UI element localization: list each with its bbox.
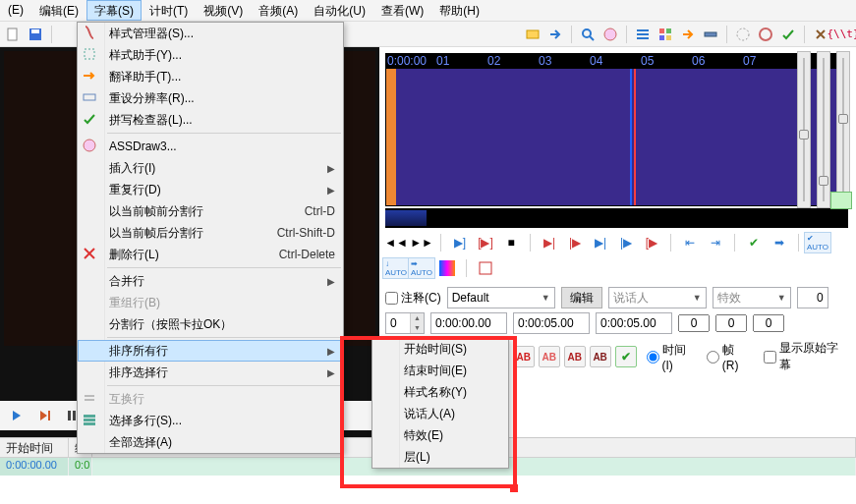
lead-in-icon[interactable]: ⇤ [679, 232, 701, 253]
start-time-field[interactable]: 0:00:00.00 [430, 312, 507, 334]
delete-icon [82, 246, 99, 263]
menu-assdraw[interactable]: ASSDraw3... [78, 136, 343, 157]
stop-icon[interactable]: ■ [500, 232, 522, 253]
translate-icon[interactable] [678, 25, 698, 44]
sort-by-actor[interactable]: 说话人(A) [372, 403, 508, 424]
menu-automation[interactable]: 自动化(U) [306, 0, 373, 21]
audio-scrollbar[interactable] [385, 208, 848, 228]
sort-by-start[interactable]: 开始时间(S) [372, 338, 508, 360]
menu-video[interactable]: 视频(V) [196, 0, 251, 21]
jump-icon[interactable] [545, 25, 565, 44]
play-after-end-icon[interactable]: |▶ [615, 232, 637, 253]
menu-split-after[interactable]: 以当前帧后分割行Ctrl-Shift-D [78, 222, 343, 244]
shift-times-icon[interactable] [633, 25, 653, 44]
menu-split-before[interactable]: 以当前帧前分割行Ctrl-D [78, 200, 343, 222]
lead-out-icon[interactable]: ⇥ [705, 232, 726, 253]
style-manager-icon[interactable] [656, 25, 675, 44]
zoom-icon[interactable] [578, 25, 598, 44]
menu-join-lines[interactable]: 合并行▶ [78, 270, 343, 292]
edit-style-button[interactable]: 编辑 [561, 287, 602, 308]
play-before-start-icon[interactable]: ▶| [539, 232, 560, 253]
layer-spin[interactable]: 0▲▼ [385, 312, 425, 334]
menu-help[interactable]: 帮助(H) [431, 0, 487, 21]
menu-edit[interactable]: 编辑(E) [31, 0, 86, 21]
frame-mode-radio[interactable]: 帧(R) [707, 342, 751, 372]
commit-icon[interactable]: ✔ [743, 232, 765, 253]
assdraw-icon[interactable] [600, 25, 620, 44]
menu-sort-selected[interactable]: 排序选择行▶ [78, 362, 343, 383]
play-line-icon[interactable] [33, 405, 55, 426]
show-original-checkbox[interactable]: 显示原始字幕 [764, 340, 850, 373]
menu-select-lines[interactable]: 选择多行(S)... [78, 410, 343, 431]
spectrum-mode-icon[interactable] [436, 257, 458, 279]
margin-r-field[interactable] [715, 314, 747, 332]
menu-style-manager[interactable]: 样式管理器(S)... [78, 23, 343, 44]
karaoke-icon[interactable] [475, 257, 496, 279]
style-combo[interactable]: Default▼ [447, 287, 555, 308]
comment-checkbox[interactable]: 注释(C) [385, 290, 441, 307]
primary-color-button[interactable]: AB [513, 346, 535, 367]
menu-audio[interactable]: 音频(A) [251, 0, 306, 21]
vertical-zoom-slider[interactable] [817, 51, 830, 208]
duration-field[interactable]: 0:00:05.00 [596, 312, 672, 334]
play-selection-icon[interactable]: ▶] [449, 232, 471, 253]
menu-delete-line[interactable]: 删除行(L)Ctrl-Delete [78, 244, 343, 265]
menu-sort-all[interactable]: 排序所有行▶ [78, 340, 343, 362]
audio-scrollbar-thumb[interactable] [385, 210, 427, 226]
kanji-timer-icon[interactable] [756, 25, 775, 44]
sort-by-style[interactable]: 样式名称(Y) [372, 381, 508, 403]
margin-l-field[interactable] [678, 314, 710, 332]
secondary-color-button[interactable]: AB [539, 346, 560, 367]
menu-translate-assistant[interactable]: 翻译助手(T)... [78, 66, 343, 87]
audio-waveform[interactable] [385, 69, 848, 206]
go-to-selection-icon[interactable]: ➡ [769, 232, 790, 253]
prev-line-icon[interactable]: ◄◄ [385, 232, 407, 253]
menu-insert-line[interactable]: 插入行(I)▶ [78, 157, 343, 179]
auto-next-icon[interactable]: ↓AUTO [385, 257, 407, 279]
commit-text-button[interactable]: ✔ [615, 346, 637, 367]
link-sliders-icon[interactable] [830, 192, 852, 209]
cycle-tags-icon[interactable]: {\\t} [833, 25, 853, 44]
next-line-icon[interactable]: ►► [411, 232, 432, 253]
play-icon[interactable] [6, 405, 28, 426]
menu-subtitle[interactable]: 字幕(S) [86, 0, 142, 21]
save-icon[interactable] [26, 25, 45, 44]
menu-style-assistant[interactable]: 样式助手(Y)... [78, 44, 343, 66]
menu-duplicate-line[interactable]: 重复行(D)▶ [78, 179, 343, 200]
audio-ruler[interactable]: 0:00:00 01 02 03 04 05 06 07 [385, 53, 848, 69]
open-video-icon[interactable] [523, 25, 542, 44]
time-mode-radio[interactable]: 时间(I) [647, 342, 697, 372]
menu-timing[interactable]: 计时(T) [142, 0, 196, 21]
svg-rect-0 [8, 28, 17, 40]
play-to-end-icon[interactable]: [▶ [641, 232, 662, 253]
auto-scroll-icon[interactable]: ➡AUTO [411, 257, 432, 279]
sort-by-effect[interactable]: 特效(E) [372, 424, 508, 446]
resample-icon[interactable] [701, 25, 720, 44]
new-icon[interactable] [3, 25, 23, 44]
sort-by-layer[interactable]: 层(L) [372, 446, 508, 468]
menu-select-all[interactable]: 全部选择(A) [78, 431, 343, 453]
play-after-start-icon[interactable]: |▶ [564, 232, 586, 253]
menu-file[interactable]: (E) [0, 0, 31, 21]
menu-split-karaoke[interactable]: 分割行（按照卡拉OK） [78, 313, 343, 335]
margin-v-field[interactable] [753, 314, 784, 332]
outline-color-button[interactable]: AB [564, 346, 586, 367]
menu-resample[interactable]: 重设分辨率(R)... [78, 87, 343, 109]
menu-view[interactable]: 查看(W) [373, 0, 431, 21]
selection-end-marker[interactable] [630, 69, 632, 205]
play-line-audio-icon[interactable]: [▶] [475, 232, 496, 253]
selection-start-marker[interactable] [386, 69, 396, 205]
actor-combo[interactable]: 说话人▼ [608, 287, 707, 308]
menu-spellcheck[interactable]: 拼写检查器(L)... [78, 109, 343, 131]
col-start[interactable]: 开始时间 [0, 438, 69, 457]
shadow-color-button[interactable]: AB [590, 346, 611, 367]
sort-by-end[interactable]: 结束时间(E) [372, 360, 508, 381]
horizontal-zoom-slider[interactable] [797, 51, 811, 208]
timing-post-icon[interactable] [733, 25, 753, 44]
spellcheck-icon[interactable] [778, 25, 798, 44]
play-before-end-icon[interactable]: ▶| [590, 232, 611, 253]
end-time-field[interactable]: 0:00:05.00 [513, 312, 590, 334]
volume-slider[interactable] [836, 51, 850, 208]
effect-combo[interactable]: 特效▼ [713, 287, 791, 308]
auto-commit-icon[interactable]: ✔AUTO [807, 232, 828, 253]
